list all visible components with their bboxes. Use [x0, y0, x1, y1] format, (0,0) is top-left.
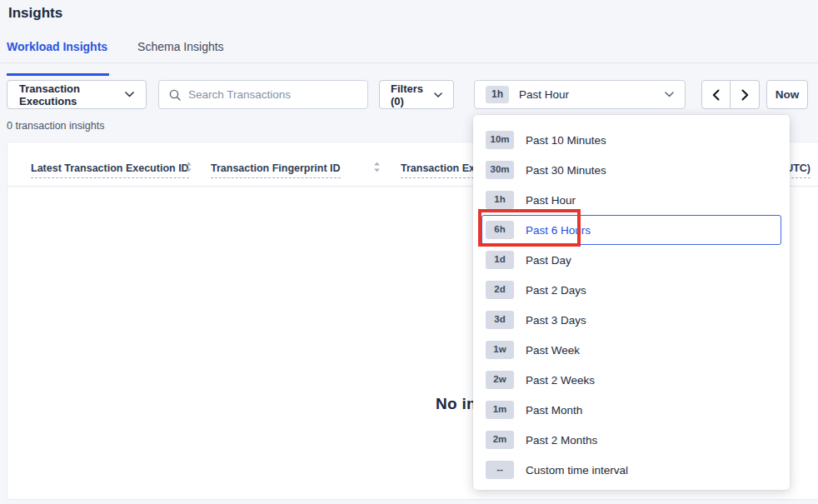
results-count: 0 transaction insights: [7, 120, 104, 132]
time-interval-option[interactable]: 1h Past Hour: [481, 185, 781, 215]
time-option-label: Past 2 Weeks: [526, 374, 595, 387]
time-interval-option[interactable]: 10m Past 10 Minutes: [481, 125, 781, 155]
tab-workload-insights[interactable]: Workload Insights: [7, 40, 107, 62]
insights-page: Insights Workload Insights Schema Insigh…: [0, 0, 818, 504]
entity-type-select-label: Transaction Executions: [19, 82, 125, 107]
time-option-badge: 3d: [486, 311, 514, 329]
chevron-left-icon: [712, 89, 720, 101]
time-interval-option[interactable]: -- Custom time interval: [481, 455, 781, 485]
chevron-right-icon: [741, 89, 749, 101]
search-box: [158, 80, 368, 109]
time-option-badge: 1w: [486, 341, 514, 359]
time-interval-label: Past Hour: [519, 88, 655, 101]
time-interval-select[interactable]: 1h Past Hour: [474, 80, 686, 109]
now-button[interactable]: Now: [766, 80, 808, 109]
filters-button[interactable]: Filters (0): [379, 80, 454, 109]
time-interval-dropdown: 10m Past 10 Minutes 30m Past 30 Minutes …: [473, 115, 790, 490]
time-interval-badge: 1h: [486, 86, 509, 102]
time-option-label: Past 10 Minutes: [526, 134, 606, 147]
chevron-down-icon: [434, 92, 442, 97]
column-header-latest-txn-execution-id[interactable]: Latest Transaction Execution ID: [31, 162, 189, 174]
time-interval-option[interactable]: 2w Past 2 Weeks: [481, 365, 781, 395]
time-interval-option[interactable]: 3d Past 3 Days: [481, 305, 781, 335]
search-icon: [169, 89, 181, 101]
time-interval-option[interactable]: 2d Past 2 Days: [481, 275, 781, 305]
time-interval-option[interactable]: 6h Past 6 Hours: [481, 215, 781, 245]
column-header-txn-fingerprint-id[interactable]: Transaction Fingerprint ID: [211, 162, 341, 174]
time-option-label: Past Day: [526, 254, 571, 267]
now-button-label: Now: [776, 88, 800, 101]
time-option-label: Past 30 Minutes: [526, 164, 606, 177]
tab-divider: [0, 62, 818, 63]
time-next-button[interactable]: [731, 80, 760, 109]
time-option-badge: 1d: [486, 251, 514, 269]
time-option-badge: --: [486, 461, 514, 479]
search-input[interactable]: [188, 88, 357, 101]
time-interval-option[interactable]: 2m Past 2 Months: [481, 425, 781, 455]
sort-icon[interactable]: [373, 162, 381, 172]
time-option-badge: 30m: [486, 161, 514, 179]
time-option-label: Past Month: [526, 404, 582, 417]
time-option-badge: 1h: [486, 191, 514, 209]
time-option-label: Past Hour: [526, 194, 576, 207]
time-option-label: Past 6 Hours: [526, 224, 591, 237]
time-prev-button[interactable]: [701, 80, 731, 109]
time-interval-option[interactable]: 1d Past Day: [481, 245, 781, 275]
toolbar: Transaction Executions Filters (0) 1h Pa…: [0, 80, 818, 109]
time-option-label: Past 2 Days: [526, 284, 586, 297]
time-interval-option[interactable]: 1m Past Month: [481, 395, 781, 425]
time-option-label: Past 3 Days: [526, 314, 586, 327]
time-arrow-group: [701, 80, 760, 109]
sort-icon[interactable]: [185, 162, 192, 172]
time-interval-option[interactable]: 30m Past 30 Minutes: [481, 155, 781, 185]
entity-type-select[interactable]: Transaction Executions: [7, 80, 147, 109]
time-interval-option[interactable]: 1w Past Week: [481, 335, 781, 365]
time-option-badge: 6h: [486, 221, 514, 239]
time-option-label: Past Week: [526, 344, 580, 357]
time-option-badge: 2m: [486, 431, 514, 449]
page-title: Insights: [8, 5, 62, 22]
time-option-badge: 2w: [486, 371, 514, 389]
chevron-down-icon: [665, 92, 674, 97]
time-option-label: Past 2 Months: [526, 434, 597, 447]
chevron-down-icon: [125, 92, 134, 97]
time-option-badge: 1m: [486, 401, 514, 419]
time-option-badge: 10m: [486, 131, 514, 149]
filters-button-label: Filters (0): [391, 82, 434, 107]
time-option-label: Custom time interval: [526, 464, 628, 477]
tab-schema-insights[interactable]: Schema Insights: [137, 40, 224, 62]
time-option-badge: 2d: [486, 281, 514, 299]
tab-bar: Workload Insights Schema Insights: [7, 40, 224, 62]
